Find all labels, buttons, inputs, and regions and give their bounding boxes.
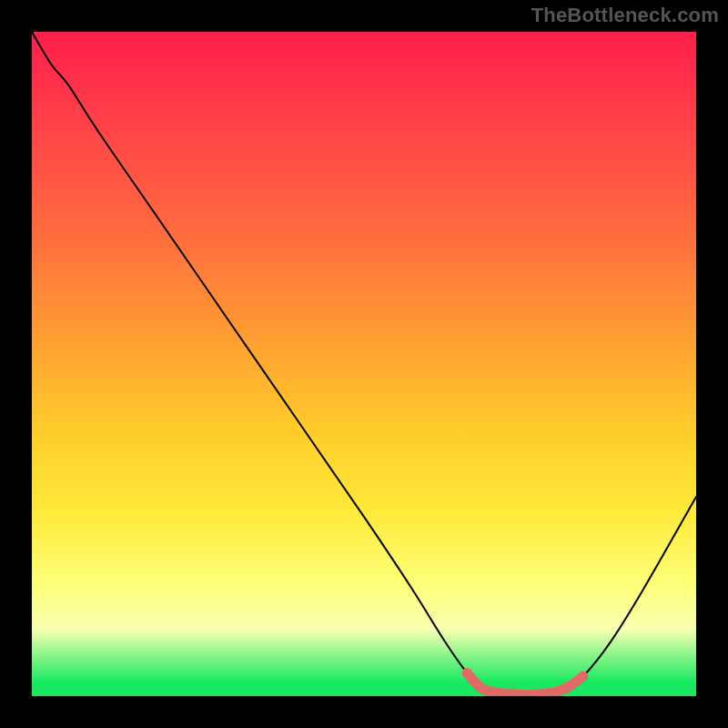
curve-overlay [32,32,696,696]
chart-frame: TheBottleneck.com [0,0,728,728]
red-highlight-path [467,672,583,694]
watermark-label: TheBottleneck.com [531,4,719,27]
plot-area [32,32,696,696]
black-curve-path [32,32,696,695]
